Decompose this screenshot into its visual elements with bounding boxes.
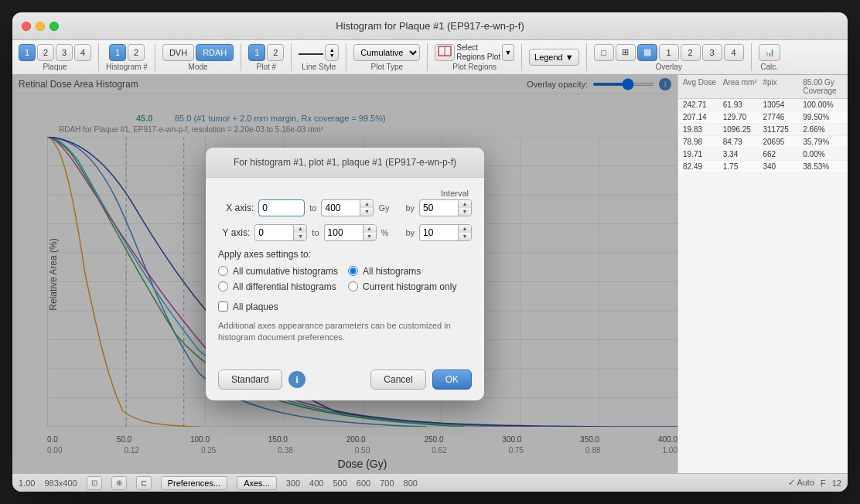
- plaque-btn-3[interactable]: 3: [56, 44, 73, 61]
- radio-all-differential[interactable]: All differential histograms: [218, 281, 342, 292]
- table-row: 242.7161.9313054100.00%: [678, 99, 848, 111]
- axes-button[interactable]: Axes...: [237, 476, 277, 490]
- sep-6: [427, 43, 428, 71]
- main-window: Histogram for Plaque #1 (EP917-e-wn-p-f)…: [12, 12, 848, 492]
- plot-btn-2[interactable]: 2: [267, 44, 284, 61]
- fit-icon-button[interactable]: ⊡: [87, 476, 102, 490]
- plaque-btn-4[interactable]: 4: [74, 44, 91, 61]
- modal-header: For histogram #1, plot #1, plaque #1 (EP…: [206, 148, 484, 178]
- overlay-btn-7[interactable]: 4: [724, 44, 744, 61]
- plot-type-select[interactable]: Cumulative Differential: [353, 44, 420, 61]
- all-plaques-label: All plaques: [233, 301, 278, 312]
- plot-regions-group: Select Regions Plot ▼ Plot Regions: [435, 43, 514, 71]
- regions-dropdown-btn[interactable]: ▼: [502, 44, 514, 61]
- plaque-btn-1[interactable]: 1: [19, 44, 36, 61]
- table-row: 19.713.346620.00%: [678, 148, 848, 161]
- traffic-lights: [22, 22, 59, 31]
- rdah-button[interactable]: RDAH: [196, 44, 234, 61]
- radio-all-cumulative-input[interactable]: [218, 266, 228, 276]
- window-title: Histogram for Plaque #1 (EP917-e-wn-p-f): [336, 20, 524, 32]
- plaque-label: Plaque: [43, 63, 67, 71]
- histogram-btn-2[interactable]: 2: [128, 44, 145, 61]
- col-avg-dose: Avg Dose: [683, 78, 723, 95]
- sep-1: [98, 43, 99, 71]
- zoom-level: 1.00: [19, 478, 35, 488]
- all-plaques-checkbox-row[interactable]: All plaques: [218, 301, 472, 312]
- y-to-label: to: [312, 228, 319, 237]
- x-from-input[interactable]: [258, 199, 305, 216]
- histogram-btn-1[interactable]: 1: [109, 44, 126, 61]
- x-to-up[interactable]: ▲: [360, 200, 373, 208]
- status-val-300: 300: [286, 478, 300, 488]
- zoom-out-icon-button[interactable]: ⊏: [136, 476, 152, 490]
- zoom-in-icon-button[interactable]: ⊕: [111, 476, 127, 490]
- regions-icon-button[interactable]: [435, 44, 455, 61]
- y-to-stepper: ▲ ▼: [324, 224, 377, 241]
- overlay-btn-1[interactable]: □: [594, 44, 614, 61]
- col-area: Area mm²: [723, 78, 763, 95]
- y-to-input[interactable]: [324, 224, 363, 241]
- y-interval-input[interactable]: [419, 224, 458, 241]
- y-by-label: by: [405, 228, 415, 237]
- plot-btn-1[interactable]: 1: [248, 44, 265, 61]
- table-row: 82.491.7534038.53%: [678, 161, 848, 173]
- y-interval-down[interactable]: ▼: [459, 233, 471, 240]
- y-to-down[interactable]: ▼: [363, 233, 376, 240]
- overlay-btn-2[interactable]: ⊞: [616, 44, 636, 61]
- cancel-button[interactable]: Cancel: [370, 369, 425, 390]
- standard-button[interactable]: Standard: [218, 369, 282, 390]
- sep-5: [346, 43, 346, 71]
- radio-all-differential-input[interactable]: [218, 281, 228, 291]
- y-from-input[interactable]: [254, 224, 293, 241]
- y-interval-up[interactable]: ▲: [459, 225, 471, 233]
- line-style-group: ▲ ▼ Line Style: [299, 44, 339, 71]
- modal-body: Interval X axis: to ▲ ▼: [206, 178, 484, 364]
- overlay-btn-3[interactable]: ▦: [637, 44, 657, 61]
- histogram-group: 1 2 Histogram #: [106, 44, 148, 71]
- plot-type-group: Cumulative Differential Plot Type: [353, 44, 420, 71]
- overlay-btn-5[interactable]: 2: [681, 44, 701, 61]
- x-to-input[interactable]: [321, 199, 360, 216]
- num-label: 12: [832, 478, 841, 488]
- y-unit: %: [381, 228, 401, 237]
- minimize-button[interactable]: [36, 22, 45, 31]
- all-plaques-checkbox[interactable]: [218, 301, 228, 312]
- radio-current-only-label: Current histogram only: [363, 281, 456, 292]
- y-axis-label-text: Y axis:: [218, 227, 250, 238]
- table-row: 78.9884.792069535.79%: [678, 136, 848, 148]
- radio-all-histograms-input[interactable]: [348, 266, 358, 276]
- legend-button[interactable]: Legend ▼: [529, 49, 579, 66]
- y-from-up[interactable]: ▲: [294, 225, 306, 233]
- modal-info-button[interactable]: ℹ: [288, 371, 305, 388]
- line-style-stepper[interactable]: ▲ ▼: [325, 44, 339, 61]
- x-interval-down[interactable]: ▼: [459, 208, 471, 216]
- overlay-btn-4[interactable]: 1: [659, 44, 679, 61]
- x-axis-row: X axis: to ▲ ▼ Gy by: [218, 199, 472, 216]
- ok-button[interactable]: OK: [432, 369, 472, 390]
- modal-note: Additional axes appearance parameters ca…: [218, 320, 472, 344]
- status-val-500: 500: [333, 478, 346, 488]
- close-button[interactable]: [22, 22, 31, 31]
- legend-group: Legend ▼: [529, 49, 579, 66]
- y-from-down[interactable]: ▼: [294, 233, 306, 240]
- plot-type-label: Plot Type: [371, 63, 404, 71]
- preferences-button[interactable]: Preferences...: [161, 476, 227, 490]
- maximize-button[interactable]: [49, 22, 59, 31]
- interval-header: Interval: [218, 189, 472, 198]
- regions-plot-label: Regions Plot: [456, 53, 500, 61]
- x-to-down[interactable]: ▼: [360, 208, 373, 216]
- radio-current-only[interactable]: Current histogram only: [348, 281, 472, 292]
- plaque-btn-2[interactable]: 2: [37, 44, 54, 61]
- radio-current-only-input[interactable]: [348, 281, 358, 291]
- x-interval-up[interactable]: ▲: [459, 200, 471, 208]
- radio-all-cumulative[interactable]: All cumulative histograms: [218, 266, 342, 277]
- calc-group: 📊 Calc.: [759, 44, 780, 71]
- y-to-up[interactable]: ▲: [363, 225, 376, 233]
- calc-button[interactable]: 📊: [759, 44, 780, 61]
- x-interval-stepper: ▲ ▼: [419, 199, 472, 216]
- radio-all-histograms[interactable]: All histograms: [348, 266, 472, 277]
- radio-group: All cumulative histograms All histograms…: [218, 266, 472, 295]
- x-interval-input[interactable]: [419, 199, 458, 216]
- overlay-btn-6[interactable]: 3: [702, 44, 722, 61]
- dvh-button[interactable]: DVH: [162, 44, 194, 61]
